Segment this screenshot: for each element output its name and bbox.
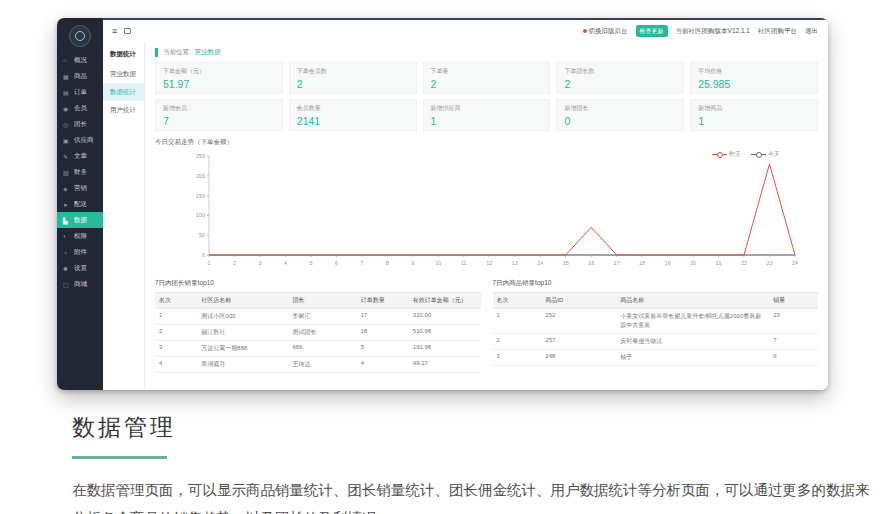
table-cell: 2 [493,334,542,350]
sidebar-nav: ⌂ 概况 ▦ 商品 ▤ 订单 ◉ 会员 ◎ 团长 [57,52,103,292]
sidebar-item-icon: ✱ [63,265,71,272]
svg-text:3: 3 [258,260,261,266]
switch-old-admin-link[interactable]: 切换旧版后台 [583,27,628,36]
stat-value: 2 [431,78,543,90]
svg-text:1: 1 [207,260,210,266]
stat-card: 新增会员 7 [155,99,283,131]
stat-value: 2141 [297,115,409,127]
table-cell: 翠湖庭月 [197,357,288,373]
sidebar-item[interactable]: ◉ 会员 [57,100,103,116]
table-cell: 6 [769,350,818,366]
sidebar-item[interactable]: ◐ 权限 [57,228,103,244]
secondary-sidebar: 数据统计 营业数据数据统计用户统计 [103,42,145,390]
doc-paragraph: 在数据管理页面，可以显示商品销量统计、团长销量统计、团长佣金统计、用户数据统计等… [72,476,875,514]
sidebar-item-icon: ✧ [63,249,71,256]
sidebar-item[interactable]: ✱ 设置 [57,260,103,276]
product-sales-table: 名次商品ID商品名称销量1252小童女试童装吊带长裙儿童外套/棉托儿服2020春… [493,292,819,366]
sidebar-item[interactable]: ▢ 商城 [57,276,103,292]
sidebar-item[interactable]: ◎ 团长 [57,116,103,132]
sidebar-item-label: 订单 [74,88,87,97]
svg-text:0: 0 [202,252,205,258]
svg-text:19: 19 [665,260,671,266]
table-cell: 2 [155,325,197,341]
svg-text:22: 22 [741,260,747,266]
legend-label: 今天 [768,150,780,159]
stat-label: 新增会员 [163,104,275,113]
sidebar-item[interactable]: ⌂ 概况 [57,52,103,68]
legend-item[interactable]: 今天 [751,150,780,159]
submenu-item[interactable]: 营业数据 [103,65,144,83]
sidebar-item-icon: ◎ [63,121,71,128]
svg-text:6: 6 [335,260,338,266]
table-cell: 17 [357,309,409,325]
column-header: 商品ID [541,293,616,309]
platform-link[interactable]: 社区团购平台 [758,27,797,36]
svg-text:250: 250 [196,153,205,159]
sidebar-item[interactable]: ▤ 订单 [57,84,103,100]
sidebar-item[interactable]: ✧ 附件 [57,244,103,260]
column-header: 名次 [155,293,197,309]
stats-row-1: 下单金额（元） 51.97 下单会员数 2 下单量 2 下单团长数 2 [155,62,818,94]
legend-item[interactable]: 昨天 [712,150,741,159]
svg-text:11: 11 [461,260,467,266]
stat-card: 平均价格 25.985 [690,62,818,94]
svg-text:18: 18 [639,260,645,266]
check-update-badge[interactable]: 检查更新 [636,25,668,37]
stat-label: 下单金额（元） [163,67,275,76]
svg-text:50: 50 [199,232,205,238]
menu-toggle-icon[interactable]: ≡ [112,27,117,36]
table-row: 2丽江数社测试团长18510.98 [155,325,481,341]
doc-title: 数据管理 [72,412,875,443]
logout-link[interactable]: 退出 [805,27,818,36]
breadcrumb-current[interactable]: 营业数据 [195,48,221,55]
table-row: 3248柚子6 [493,350,819,366]
table-row: 3万达公寓一期8886665191.98 [155,341,481,357]
sidebar-item-icon: ▙ [63,217,71,224]
sidebar-item[interactable]: ➤ 配送 [57,196,103,212]
sidebar-item[interactable]: ▣ 供应商 [57,132,103,148]
column-header: 社区店名称 [197,293,288,309]
submenu-item[interactable]: 用户统计 [103,101,144,119]
table-cell: 248 [541,350,616,366]
sidebar-item-label: 会员 [74,104,87,113]
trend-chart-card: 今日交易走势（下单金额） 昨天今天 0501001502002501234567… [155,138,818,273]
svg-text:21: 21 [716,260,722,266]
stat-card: 新增团长 0 [556,99,684,131]
stat-card: 下单金额（元） 51.97 [155,62,283,94]
table-row: 1测试小区000李树汇17310.00 [155,309,481,325]
fullscreen-icon[interactable] [124,28,131,34]
notification-dot [583,29,587,33]
column-header: 销量 [769,293,818,309]
sidebar-item[interactable]: ▦ 商品 [57,68,103,84]
admin-screenshot: ⌂ 概况 ▦ 商品 ▤ 订单 ◉ 会员 ◎ 团长 [57,18,828,390]
leader-sales-table: 名次社区店名称团长订单数量有效订单金额（元）1测试小区000李树汇17310.0… [155,292,481,373]
product-sales-table-card: 7日内商品销量top10 名次商品ID商品名称销量1252小童女试童装吊带长裙儿… [493,279,819,373]
leader-sales-table-card: 7日内团长销量top10 名次社区店名称团长订单数量有效订单金额（元）1测试小区… [155,279,481,373]
stat-label: 平均价格 [698,67,810,76]
svg-text:24: 24 [792,260,798,266]
table-row: 2257反时菜便当做法7 [493,334,819,350]
sidebar-item-label: 附件 [74,248,87,257]
sidebar-item[interactable]: ◈ 营销 [57,180,103,196]
svg-text:15: 15 [563,260,569,266]
sidebar-item[interactable]: ▙ 数据 [57,212,103,228]
legend-marker-icon [712,152,727,158]
svg-text:100: 100 [196,212,205,218]
sidebar-item[interactable]: ▥ 财务 [57,164,103,180]
submenu-header: 数据统计 [103,46,144,65]
svg-text:10: 10 [435,260,441,266]
column-header: 订单数量 [357,293,409,309]
table-row: 1252小童女试童装吊带长裙儿童外套/棉托儿服2020春装新款中大童装23 [493,309,819,334]
main-sidebar: ⌂ 概况 ▦ 商品 ▤ 订单 ◉ 会员 ◎ 团长 [57,18,103,390]
sidebar-item-icon: ▥ [63,169,71,176]
table-cell: 310.00 [409,309,481,325]
chart-svg: 0501001502002501234567891011121314151617… [183,151,803,269]
svg-text:200: 200 [196,173,205,179]
submenu-item[interactable]: 数据统计 [103,83,144,101]
sidebar-item-icon: ▤ [63,89,71,96]
svg-text:23: 23 [766,260,772,266]
table-cell: 3 [493,350,542,366]
stat-card: 下单量 2 [423,62,551,94]
sidebar-item[interactable]: ✎ 文章 [57,148,103,164]
stat-card: 下单会员数 2 [289,62,417,94]
